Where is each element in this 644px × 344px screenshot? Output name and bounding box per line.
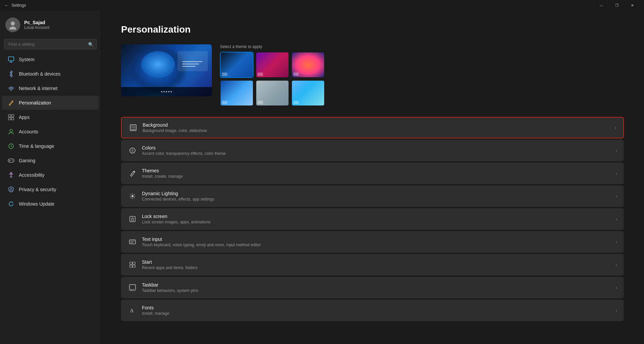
chevron-right-icon: › bbox=[615, 262, 617, 267]
settings-item-start[interactable]: Start Recent apps and items, folders › bbox=[121, 254, 624, 275]
preview-blob2 bbox=[141, 51, 175, 78]
settings-item-subtitle: Recent apps and items, folders bbox=[142, 265, 197, 270]
svg-rect-9 bbox=[11, 118, 14, 120]
svg-line-22 bbox=[11, 176, 12, 178]
sidebar-item-label-gaming: Gaming bbox=[19, 158, 35, 163]
settings-item-text-input[interactable]: Text input Touch keyboard, voice typing,… bbox=[121, 231, 624, 253]
svg-rect-25 bbox=[131, 125, 136, 129]
restore-button[interactable]: ❐ bbox=[609, 0, 624, 11]
svg-point-19 bbox=[10, 172, 12, 174]
settings-item-dynamic-lighting[interactable]: Dynamic Lighting Connected devices, effe… bbox=[121, 185, 624, 207]
sidebar-item-network[interactable]: Network & internet bbox=[2, 81, 99, 95]
update-icon bbox=[7, 200, 15, 208]
settings-item-title: Colors bbox=[142, 145, 226, 150]
svg-rect-39 bbox=[129, 240, 136, 244]
chevron-right-icon: › bbox=[615, 239, 617, 245]
taskbar-dot bbox=[161, 91, 162, 92]
user-name: Pc_Sajad bbox=[24, 20, 49, 25]
theme-thumb-6[interactable] bbox=[291, 80, 325, 106]
chevron-right-icon: › bbox=[615, 125, 616, 130]
close-button[interactable]: ✕ bbox=[624, 0, 640, 11]
svg-line-33 bbox=[130, 194, 131, 195]
taskbar-icon bbox=[128, 283, 137, 292]
chevron-right-icon: › bbox=[615, 148, 617, 153]
settings-item-text: Text input Touch keyboard, voice typing,… bbox=[142, 236, 261, 247]
themes-panel: Select a theme to apply bbox=[220, 44, 325, 106]
time-icon bbox=[7, 142, 15, 150]
settings-item-text: Fonts Install, manage bbox=[142, 305, 169, 316]
background-icon bbox=[128, 123, 138, 132]
svg-rect-7 bbox=[11, 115, 14, 117]
sidebar-item-update[interactable]: Windows Update bbox=[2, 197, 99, 211]
theme-thumb-1[interactable] bbox=[220, 52, 254, 78]
user-info: Pc_Sajad Local Account bbox=[24, 20, 49, 30]
sidebar-item-privacy[interactable]: Privacy & security bbox=[2, 182, 99, 197]
text-input-icon bbox=[128, 237, 137, 247]
svg-rect-43 bbox=[133, 262, 135, 264]
sidebar-item-gaming[interactable]: Gaming bbox=[2, 154, 99, 168]
titlebar-controls: — ❐ ✕ bbox=[594, 0, 640, 11]
theme-indicator bbox=[222, 101, 227, 104]
theme-thumb-3[interactable] bbox=[291, 52, 325, 78]
svg-line-21 bbox=[10, 176, 11, 178]
svg-point-0 bbox=[11, 22, 15, 26]
theme-thumb-2[interactable] bbox=[256, 52, 289, 78]
theme-indicator bbox=[293, 73, 299, 76]
titlebar: ← Settings — ❐ ✕ bbox=[0, 0, 644, 11]
sidebar-item-time[interactable]: Time & language bbox=[2, 139, 99, 153]
svg-rect-6 bbox=[8, 115, 11, 117]
sidebar-item-system[interactable]: System bbox=[2, 52, 99, 67]
theme-section-label: Select a theme to apply bbox=[220, 44, 325, 49]
svg-rect-8 bbox=[8, 118, 11, 120]
settings-item-subtitle: Connected devices, effects, app settings bbox=[142, 197, 214, 202]
sidebar-item-label-bluetooth: Bluetooth & devices bbox=[19, 71, 61, 77]
theme-thumb-4[interactable] bbox=[220, 80, 254, 106]
settings-item-left: Dynamic Lighting Connected devices, effe… bbox=[128, 191, 214, 202]
preview-line bbox=[182, 63, 199, 64]
svg-point-1 bbox=[9, 27, 16, 30]
svg-point-28 bbox=[131, 195, 134, 197]
sidebar-item-accounts[interactable]: Accounts bbox=[2, 125, 99, 139]
chevron-right-icon: › bbox=[615, 171, 617, 176]
theme-section: Select a theme to apply bbox=[121, 44, 624, 106]
back-icon[interactable]: ← bbox=[4, 3, 9, 8]
settings-item-lock-screen[interactable]: Lock screen Lock screen images, apps, an… bbox=[121, 208, 624, 230]
sidebar-item-label-network: Network & internet bbox=[19, 86, 58, 91]
chevron-right-icon: › bbox=[615, 308, 617, 313]
user-section[interactable]: Pc_Sajad Local Account bbox=[0, 11, 101, 38]
main-content: Personalization bbox=[101, 11, 644, 344]
settings-item-subtitle: Lock screen images, apps, animations bbox=[142, 220, 211, 224]
settings-item-title: Text input bbox=[142, 236, 261, 242]
minimize-button[interactable]: — bbox=[594, 0, 609, 11]
svg-line-35 bbox=[134, 194, 135, 195]
settings-item-left: Start Recent apps and items, folders bbox=[128, 259, 197, 270]
settings-item-subtitle: Install, create, manage bbox=[142, 174, 183, 179]
preview-taskbar bbox=[121, 87, 212, 96]
settings-item-background[interactable]: Background Background image, color, slid… bbox=[121, 117, 624, 138]
privacy-icon bbox=[7, 186, 15, 193]
settings-item-left: Taskbar Taskbar behaviors, system pins bbox=[128, 282, 198, 293]
start-icon bbox=[128, 260, 137, 269]
sidebar-item-bluetooth[interactable]: Bluetooth & devices bbox=[2, 67, 99, 81]
themes-grid bbox=[220, 52, 325, 106]
settings-item-taskbar[interactable]: Taskbar Taskbar behaviors, system pins › bbox=[121, 277, 624, 298]
sidebar-item-accessibility[interactable]: Accessibility bbox=[2, 168, 99, 182]
sidebar-nav: System Bluetooth & devices bbox=[0, 52, 101, 211]
settings-item-title: Fonts bbox=[142, 305, 169, 310]
sidebar-item-label-apps: Apps bbox=[19, 115, 30, 120]
svg-point-5 bbox=[11, 90, 12, 91]
settings-item-fonts[interactable]: A Fonts Install, manage › bbox=[121, 300, 624, 321]
sidebar: Pc_Sajad Local Account 🔍 System bbox=[0, 11, 101, 344]
sidebar-item-personalization[interactable]: Personalization bbox=[2, 96, 99, 110]
settings-item-left: A Fonts Install, manage bbox=[128, 305, 169, 316]
svg-rect-2 bbox=[8, 57, 14, 61]
sidebar-item-apps[interactable]: Apps bbox=[2, 110, 99, 124]
settings-item-themes[interactable]: Themes Install, create, manage › bbox=[121, 163, 624, 184]
svg-rect-38 bbox=[131, 219, 134, 221]
settings-item-colors[interactable]: Colors Accent color, transparency effect… bbox=[121, 140, 624, 161]
app-body: Pc_Sajad Local Account 🔍 System bbox=[0, 11, 644, 344]
settings-item-title: Lock screen bbox=[142, 214, 211, 219]
settings-item-left: Themes Install, create, manage bbox=[128, 168, 183, 179]
theme-thumb-5[interactable] bbox=[256, 80, 289, 106]
search-input[interactable] bbox=[4, 39, 97, 49]
